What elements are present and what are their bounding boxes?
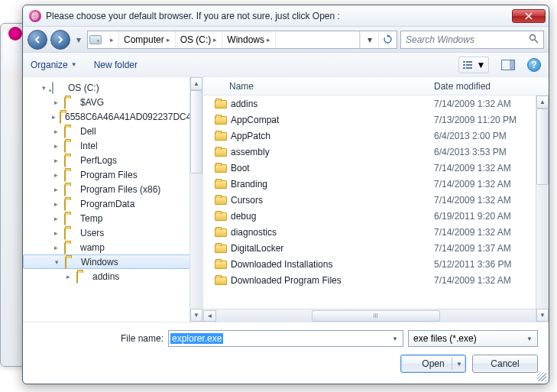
crumb-computer[interactable]: Computer▸: [119, 31, 176, 48]
tree-item[interactable]: ▸PerfLogs: [23, 153, 202, 167]
twisty-icon[interactable]: ▸: [64, 273, 73, 280]
list-item[interactable]: addins7/14/2009 1:32 AM: [203, 96, 549, 112]
tree-item[interactable]: ▾OS (C:): [23, 80, 202, 95]
resize-grip[interactable]: [537, 372, 546, 381]
folder-icon: [214, 99, 228, 108]
column-headers[interactable]: Name Date modified: [203, 77, 549, 96]
list-item[interactable]: Downloaded Program Files7/14/2009 1:32 A…: [203, 272, 549, 288]
tree-item[interactable]: ▸wamp: [23, 240, 202, 254]
tree-item-label: Program Files: [80, 170, 138, 180]
cancel-button[interactable]: Cancel: [472, 355, 538, 373]
tree-item-label: PerfLogs: [80, 155, 117, 166]
refresh-button[interactable]: [378, 31, 397, 48]
twisty-icon[interactable]: ▸: [52, 142, 60, 150]
arrow-left-icon: [33, 35, 42, 44]
organize-menu[interactable]: Organize▼: [31, 60, 77, 70]
filename-input[interactable]: explorer.exe ▼: [168, 330, 403, 347]
list-item[interactable]: Branding7/14/2009 1:32 AM: [203, 176, 549, 192]
list-item[interactable]: debug6/19/2011 9:20 AM: [203, 208, 549, 224]
column-name[interactable]: Name: [203, 81, 434, 92]
list-hscrollbar[interactable]: ◄ ►: [203, 309, 549, 322]
scroll-thumb[interactable]: [190, 90, 202, 173]
open-button[interactable]: Open▼: [400, 355, 466, 373]
crumb-drive[interactable]: OS (C:)▸: [176, 31, 223, 48]
list-item[interactable]: Downloaded Installations5/12/2011 3:36 P…: [203, 256, 549, 272]
tree-item[interactable]: ▸$AVG: [23, 95, 202, 109]
twisty-icon[interactable]: ▸: [52, 157, 60, 164]
help-button[interactable]: ?: [527, 58, 541, 72]
search-input[interactable]: Search Windows: [400, 31, 544, 49]
file-date: 6/19/2011 9:20 AM: [434, 211, 549, 222]
twisty-icon[interactable]: ▾: [53, 258, 61, 266]
twisty-icon[interactable]: ▸: [52, 128, 60, 135]
open-dropdown-icon[interactable]: ▼: [452, 358, 462, 370]
tree-item[interactable]: ▸Users: [23, 225, 202, 240]
back-button[interactable]: [28, 30, 47, 50]
folder-tree[interactable]: ▾OS (C:)▸$AVG▸6558C6A46A41AD092237DC4016…: [23, 77, 203, 322]
twisty-icon[interactable]: ▸: [52, 244, 60, 251]
folder-icon: [64, 155, 76, 165]
preview-pane-button[interactable]: [497, 57, 520, 73]
background-app-icon: [8, 27, 22, 40]
list-item[interactable]: AppCompat7/13/2009 11:20 PM: [203, 112, 549, 128]
folder-icon: [214, 147, 228, 156]
folder-icon: [65, 257, 77, 267]
views-button[interactable]: ▼: [458, 57, 489, 73]
crumb-root[interactable]: ▸: [103, 31, 119, 48]
scroll-up-icon[interactable]: ▲: [536, 96, 549, 109]
folder-icon: [64, 126, 76, 136]
tree-item-label: Windows: [81, 257, 118, 267]
scroll-down-icon[interactable]: ▼: [190, 309, 202, 322]
tree-item[interactable]: ▸Intel: [23, 138, 202, 153]
tree-item[interactable]: ▸addins: [23, 269, 202, 283]
twisty-icon[interactable]: ▸: [52, 186, 60, 193]
list-vscrollbar[interactable]: ▲ ▼: [536, 96, 549, 322]
tree-item-label: addins: [92, 271, 119, 282]
folder-icon: [76, 271, 89, 281]
tree-item[interactable]: ▸6558C6A46A41AD092237DC4016: [23, 109, 202, 124]
twisty-icon[interactable]: ▸: [52, 99, 60, 106]
twisty-icon[interactable]: ▾: [40, 84, 48, 92]
tree-scrollbar[interactable]: ▲ ▼: [189, 77, 202, 322]
twisty-icon[interactable]: ▸: [52, 229, 60, 237]
column-date[interactable]: Date modified: [434, 81, 549, 92]
twisty-icon[interactable]: ▸: [52, 113, 56, 121]
file-list: Name Date modified addins7/14/2009 1:32 …: [203, 77, 549, 322]
tree-item[interactable]: ▾Windows: [23, 254, 202, 269]
list-item[interactable]: AppPatch6/4/2013 2:00 PM: [203, 128, 549, 144]
twisty-icon[interactable]: ▸: [52, 215, 60, 222]
twisty-icon[interactable]: ▸: [52, 171, 60, 179]
forward-button[interactable]: [50, 30, 70, 50]
twisty-icon[interactable]: ▸: [52, 200, 60, 208]
file-date: 5/12/2011 3:36 PM: [434, 259, 549, 270]
file-filter-select[interactable]: exe files (*.exe)▼: [408, 330, 538, 347]
svg-rect-9: [510, 60, 514, 70]
filename-dropdown-icon[interactable]: ▼: [389, 335, 401, 342]
tree-item[interactable]: ▸ProgramData: [23, 196, 202, 211]
tree-item-label: 6558C6A46A41AD092237DC4016: [65, 112, 202, 122]
list-item[interactable]: Boot7/14/2009 1:32 AM: [203, 160, 549, 176]
address-dropdown[interactable]: ▾: [360, 31, 378, 48]
address-bar[interactable]: ▸ Computer▸ OS (C:)▸ Windows▸ ▾: [87, 31, 397, 49]
tree-item[interactable]: ▸Temp: [23, 211, 202, 225]
list-item[interactable]: Cursors7/14/2009 1:32 AM: [203, 192, 549, 208]
file-name: AppPatch: [231, 131, 434, 141]
folder-icon: [214, 260, 228, 268]
tree-item[interactable]: ▸Program Files (x86): [23, 182, 202, 196]
scroll-left-icon[interactable]: ◄: [203, 310, 216, 322]
list-item[interactable]: assembly6/4/2013 3:53 PM: [203, 144, 549, 160]
list-item[interactable]: DigitalLocker7/14/2009 1:37 AM: [203, 240, 549, 256]
crumb-folder[interactable]: Windows▸: [222, 31, 276, 48]
filename-label: File name:: [34, 333, 164, 344]
scroll-thumb[interactable]: [536, 109, 549, 185]
scroll-down-icon[interactable]: ▼: [536, 309, 549, 322]
tree-item[interactable]: ▸Dell: [23, 124, 202, 138]
nav-bar: ▾ ▸ Computer▸ OS (C:)▸ Windows▸ ▾ Search…: [23, 27, 549, 53]
new-folder-button[interactable]: New folder: [94, 60, 138, 70]
scroll-thumb[interactable]: [312, 310, 439, 322]
close-button[interactable]: [512, 9, 546, 23]
list-item[interactable]: diagnostics7/14/2009 1:32 AM: [203, 224, 549, 240]
history-dropdown[interactable]: ▾: [73, 34, 84, 45]
tree-item[interactable]: ▸Program Files: [23, 167, 202, 182]
scroll-up-icon[interactable]: ▲: [190, 77, 202, 90]
